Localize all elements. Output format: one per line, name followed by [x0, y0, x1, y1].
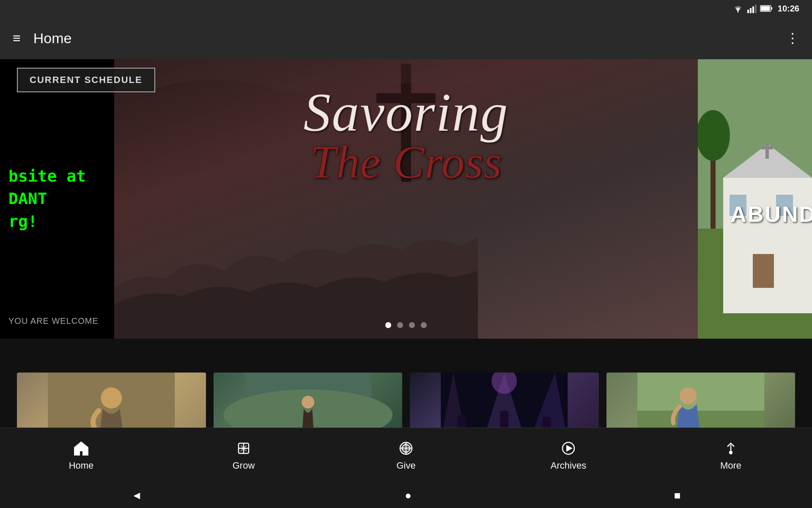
carousel-dot-3[interactable]: [409, 322, 415, 328]
carousel-left-panel: bsite at DANT rg! YOU ARE WELCOME: [0, 59, 114, 339]
carousel-center-slide[interactable]: Savoring The Cross: [114, 59, 698, 339]
archives-icon: [560, 440, 577, 457]
more-vert-icon[interactable]: ⋮: [786, 30, 799, 46]
carousel-right-panel: ABUND: [698, 59, 812, 339]
status-time: 10:26: [778, 4, 799, 14]
nav-item-give[interactable]: Give: [325, 440, 487, 471]
carousel-dot-1[interactable]: [385, 322, 391, 328]
svg-rect-6: [771, 7, 772, 10]
svg-rect-19: [765, 142, 769, 159]
wifi-icon: [732, 4, 744, 13]
carousel-title-line2: The Cross: [303, 135, 508, 189]
android-back-button[interactable]: ◄: [131, 489, 142, 502]
svg-marker-47: [566, 445, 573, 452]
left-panel-text1: bsite at: [8, 165, 106, 188]
home-icon: [73, 440, 90, 457]
svg-rect-7: [760, 6, 770, 11]
main-content: CURRENT SCHEDULE bsite at DANT rg! YOU A…: [0, 59, 812, 449]
nav-item-more[interactable]: More: [650, 440, 812, 471]
svg-rect-20: [761, 146, 773, 149]
bottom-navigation: Home Grow Give Archives: [0, 428, 812, 483]
left-panel-text3: rg!: [8, 210, 106, 233]
app-bar: ≡ Home ⋮: [0, 17, 812, 59]
status-bar: 10:26: [0, 0, 812, 17]
svg-point-37: [680, 387, 697, 404]
carousel-dot-2[interactable]: [397, 322, 403, 328]
nav-label-give: Give: [396, 460, 415, 471]
svg-point-0: [737, 11, 738, 13]
svg-point-26: [302, 396, 314, 409]
svg-rect-4: [755, 5, 757, 13]
menu-icon[interactable]: ≡: [13, 31, 21, 45]
more-icon: [722, 440, 739, 457]
carousel: bsite at DANT rg! YOU ARE WELCOME: [0, 59, 812, 339]
svg-rect-38: [80, 451, 83, 455]
nav-item-home[interactable]: Home: [0, 440, 162, 471]
svg-rect-35: [637, 373, 764, 411]
android-home-button[interactable]: ●: [405, 489, 411, 502]
nav-label-archives: Archives: [551, 460, 586, 471]
signal-icon: [747, 4, 757, 13]
church-background: [698, 59, 812, 339]
android-recents-button[interactable]: ■: [674, 489, 681, 502]
svg-point-48: [730, 451, 732, 454]
nav-item-archives[interactable]: Archives: [487, 440, 650, 471]
svg-rect-1: [747, 10, 749, 13]
battery-icon: [760, 5, 773, 12]
carousel-dots: [385, 322, 427, 328]
nav-label-more: More: [720, 460, 741, 471]
give-icon: [398, 440, 414, 457]
carousel-title: Savoring The Cross: [303, 80, 508, 189]
nav-label-home: Home: [69, 460, 94, 471]
current-schedule-button[interactable]: CURRENT SCHEDULE: [17, 68, 155, 92]
nav-label-grow: Grow: [233, 460, 255, 471]
svg-rect-2: [750, 8, 752, 13]
nav-item-grow[interactable]: Grow: [162, 440, 325, 471]
abundant-text: ABUND: [730, 202, 812, 227]
rocks-svg: [114, 212, 478, 339]
left-panel-bottom: YOU ARE WELCOME: [8, 316, 99, 326]
app-title: Home: [33, 30, 786, 47]
carousel-dot-4[interactable]: [421, 322, 427, 328]
android-nav-bar: ◄ ● ■: [0, 483, 812, 508]
carousel-title-line1: Savoring: [303, 80, 508, 144]
grow-icon: [235, 440, 252, 457]
svg-rect-16: [753, 254, 774, 288]
church-svg: [698, 59, 812, 339]
status-icons: [732, 4, 773, 13]
left-panel-text2: DANT: [8, 188, 106, 210]
svg-rect-3: [752, 6, 754, 13]
svg-point-22: [101, 387, 122, 409]
